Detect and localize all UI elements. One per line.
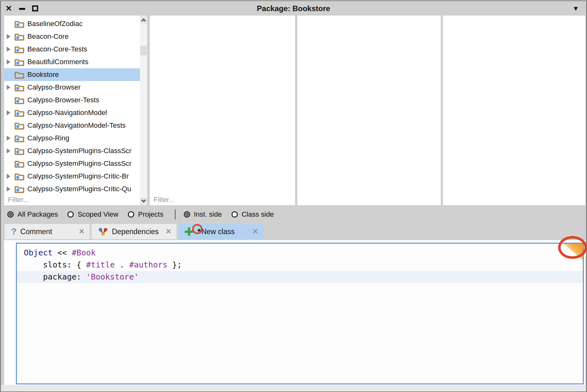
package-name: Calypso-SystemPlugins-ClassScr [27,159,132,168]
packages-filter-row [4,194,140,205]
code-line: package: 'Bookstore' [17,271,583,283]
package-tree-item[interactable]: Calypso-SystemPlugins-ClassScr [4,157,140,170]
package-tree-item[interactable]: Beacon-Core [4,30,140,43]
radio-icon [184,211,190,218]
expand-arrow-icon[interactable] [7,174,14,179]
scrollbar-thumb[interactable] [140,46,147,55]
package-name: Beacon-Core [27,32,69,41]
package-tree-item[interactable]: Beacon-Core-Tests [4,43,140,56]
package-name: Beacon-Core-Tests [27,45,87,53]
code-editor[interactable]: Object << #Book slots: { #title . #autho… [16,243,584,384]
radio-scoped-view[interactable]: Scoped View [67,210,118,219]
tab-label: Dependencies [112,227,159,236]
classes-pane[interactable] [150,16,295,205]
package-name: Calypso-Browser-Tests [27,96,99,104]
radio-label: Projects [138,210,163,219]
packages-pane: BaselineOfZodiacBeacon-CoreBeacon-Core-T… [4,16,147,205]
annotation-circle-dirty-marker [192,224,203,234]
radio-projects[interactable]: Projects [128,210,163,219]
radio-label: Class side [242,210,274,219]
package-folder-icon [14,71,24,79]
package-folder-icon [14,185,24,193]
expand-arrow-icon [7,21,14,26]
protocols-pane[interactable] [297,16,441,205]
expand-arrow-icon[interactable] [7,34,14,39]
radio-icon [128,211,134,218]
expand-arrow-icon[interactable] [7,110,14,115]
package-name: Calypso-Ring [27,134,69,142]
package-name: Calypso-NavigationModel-Tests [27,121,126,130]
package-tree: BaselineOfZodiacBeacon-CoreBeacon-Core-T… [4,16,140,194]
code-line: Object << #Book [17,247,583,259]
scroll-up-icon[interactable] [140,16,147,24]
package-tree-item[interactable]: Calypso-NavigationModel-Tests [4,119,140,132]
annotation-circle-unsaved-flag [558,236,587,259]
package-tree-item[interactable]: Calypso-NavigationModel [4,106,140,119]
browser-window: ✕ Package: Bookstore ▼ BaselineOfZodiacB… [0,0,587,392]
radio-icon [7,211,14,218]
expand-arrow-icon [7,161,14,166]
packages-scrollbar[interactable] [140,16,147,205]
package-name: Calypso-SystemPlugins-Critic-Br [27,172,129,180]
package-tree-item[interactable]: BaselineOfZodiac [4,17,140,30]
expand-arrow-icon [7,98,14,103]
expand-arrow-icon[interactable] [7,85,14,90]
code-text: Object << #Book slots: { #title . #autho… [17,247,583,283]
editor-pane: Object << #Book slots: { #title . #autho… [4,240,585,385]
radio-label: All Packages [17,210,58,219]
expand-arrow-icon [7,123,14,128]
package-folder-icon [14,45,24,54]
tab-close-icon[interactable]: ✕ [252,227,258,236]
window-title: Package: Bookstore [1,4,586,13]
toolbar-separator [175,209,176,220]
tab-new-class[interactable]: * New class ✕ [178,224,263,239]
classes-filter-input[interactable] [154,196,281,204]
expand-arrow-icon[interactable] [7,47,14,52]
package-tree-item[interactable]: Calypso-SystemPlugins-Critic-Br [4,170,140,183]
expand-arrow-icon[interactable] [7,59,14,64]
radio-label: Scoped View [78,210,118,219]
package-folder-icon [14,109,24,117]
dependencies-graph-icon [98,227,108,236]
package-tree-item[interactable]: Calypso-SystemPlugins-ClassScr [4,145,140,157]
view-toolbar: All Packages Scoped View Projects Inst. … [4,205,585,224]
package-tree-item[interactable]: Calypso-SystemPlugins-Critic-Qu [4,183,140,194]
radio-icon [67,211,74,218]
tab-comment[interactable]: ? Comment ✕ [5,224,90,239]
package-folder-icon [14,134,24,143]
package-folder-icon [14,96,24,105]
package-tree-item[interactable]: Calypso-Ring [4,132,140,145]
package-folder-icon [14,159,24,168]
methods-pane[interactable] [443,16,585,205]
expand-arrow-icon[interactable] [7,186,14,192]
package-name: Bookstore [27,71,59,79]
package-name: Calypso-Browser [27,83,81,91]
radio-icon [231,211,238,218]
radio-inst-side[interactable]: Inst. side [184,210,222,219]
package-name: Calypso-SystemPlugins-ClassScr [27,147,132,155]
expand-arrow-icon[interactable] [7,136,14,141]
package-tree-item[interactable]: BeautifulComments [4,56,140,68]
package-tree-item[interactable]: Bookstore [4,68,140,81]
window-menu-dropdown-icon[interactable]: ▼ [572,5,579,12]
package-tree-item[interactable]: Calypso-Browser [4,81,140,94]
radio-all-packages[interactable]: All Packages [7,210,58,219]
classes-filter-row [150,194,295,205]
radio-label: Inst. side [194,210,222,219]
tab-label: New class [201,227,235,236]
expand-arrow-icon [7,72,14,77]
package-tree-item[interactable]: Calypso-Browser-Tests [4,94,140,106]
tab-close-icon[interactable]: ✕ [166,227,171,236]
expand-arrow-icon[interactable] [7,148,14,153]
package-folder-icon [14,172,24,181]
radio-class-side[interactable]: Class side [231,210,274,219]
status-strip [1,385,586,391]
package-name: Calypso-SystemPlugins-Critic-Qu [27,185,131,193]
package-folder-icon [14,32,24,41]
tab-dependencies[interactable]: Dependencies ✕ [92,224,176,239]
packages-filter-input[interactable] [8,196,127,204]
package-folder-icon [14,83,24,92]
scroll-down-icon[interactable] [140,197,147,205]
tab-close-icon[interactable]: ✕ [79,227,85,236]
package-folder-icon [14,20,24,28]
